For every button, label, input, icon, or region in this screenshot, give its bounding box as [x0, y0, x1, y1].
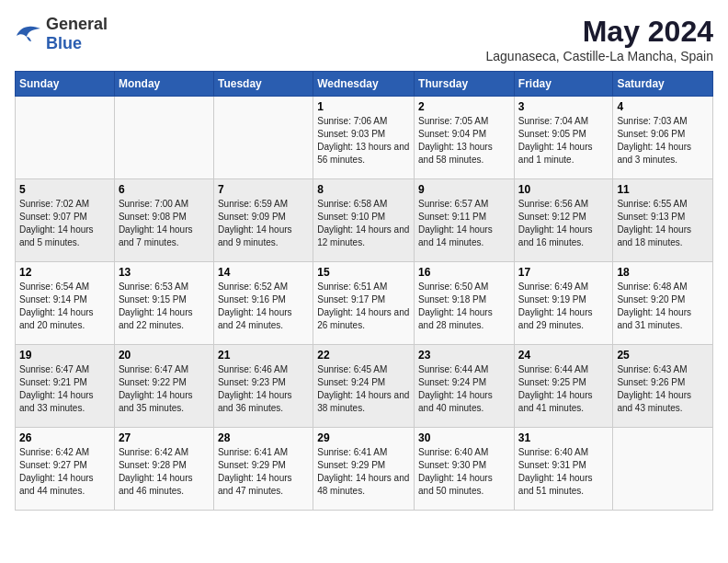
- day-number: 16: [418, 266, 510, 279]
- day-number: 2: [418, 100, 510, 113]
- day-info: Sunrise: 6:59 AM Sunset: 9:09 PM Dayligh…: [218, 198, 309, 249]
- day-info: Sunrise: 6:40 AM Sunset: 9:30 PM Dayligh…: [418, 446, 510, 498]
- calendar-week-3: 12Sunrise: 6:54 AM Sunset: 9:14 PM Dayli…: [16, 262, 713, 345]
- calendar-cell: 14Sunrise: 6:52 AM Sunset: 9:16 PM Dayli…: [213, 262, 313, 345]
- day-number: 11: [617, 183, 709, 196]
- calendar-cell: 23Sunrise: 6:44 AM Sunset: 9:24 PM Dayli…: [415, 345, 515, 428]
- calendar-cell: 1Sunrise: 7:06 AM Sunset: 9:03 PM Daylig…: [313, 97, 415, 179]
- day-info: Sunrise: 6:41 AM Sunset: 9:29 PM Dayligh…: [218, 446, 309, 498]
- header-wednesday: Wednesday: [313, 72, 415, 97]
- calendar-cell: 10Sunrise: 6:56 AM Sunset: 9:12 PM Dayli…: [514, 179, 613, 262]
- calendar-cell: 18Sunrise: 6:48 AM Sunset: 9:20 PM Dayli…: [613, 262, 713, 345]
- header-thursday: Thursday: [415, 72, 515, 97]
- day-info: Sunrise: 6:52 AM Sunset: 9:16 PM Dayligh…: [218, 281, 309, 332]
- day-info: Sunrise: 6:53 AM Sunset: 9:15 PM Dayligh…: [119, 281, 210, 332]
- calendar-cell: 8Sunrise: 6:58 AM Sunset: 9:10 PM Daylig…: [313, 179, 415, 262]
- calendar-cell: [16, 97, 115, 179]
- calendar-cell: 26Sunrise: 6:42 AM Sunset: 9:27 PM Dayli…: [16, 428, 115, 511]
- day-info: Sunrise: 6:54 AM Sunset: 9:14 PM Dayligh…: [19, 281, 110, 332]
- calendar-cell: 28Sunrise: 6:41 AM Sunset: 9:29 PM Dayli…: [213, 428, 313, 511]
- day-info: Sunrise: 7:05 AM Sunset: 9:04 PM Dayligh…: [418, 115, 510, 167]
- day-number: 31: [518, 431, 609, 444]
- day-number: 15: [317, 266, 410, 279]
- logo: General Blue: [15, 15, 108, 53]
- day-info: Sunrise: 7:04 AM Sunset: 9:05 PM Dayligh…: [518, 115, 609, 167]
- calendar-cell: [213, 97, 313, 179]
- header-tuesday: Tuesday: [213, 72, 313, 97]
- day-number: 23: [418, 349, 510, 362]
- header-sunday: Sunday: [16, 72, 115, 97]
- day-number: 9: [418, 183, 510, 196]
- day-info: Sunrise: 6:50 AM Sunset: 9:18 PM Dayligh…: [418, 281, 510, 332]
- calendar-week-5: 26Sunrise: 6:42 AM Sunset: 9:27 PM Dayli…: [16, 428, 713, 511]
- calendar-cell: 5Sunrise: 7:02 AM Sunset: 9:07 PM Daylig…: [16, 179, 115, 262]
- day-number: 19: [19, 349, 110, 362]
- header-monday: Monday: [114, 72, 213, 97]
- day-info: Sunrise: 7:02 AM Sunset: 9:07 PM Dayligh…: [19, 198, 110, 249]
- day-number: 1: [317, 100, 410, 113]
- day-info: Sunrise: 6:51 AM Sunset: 9:17 PM Dayligh…: [317, 281, 410, 332]
- day-number: 14: [218, 266, 309, 279]
- day-number: 5: [19, 183, 110, 196]
- calendar-week-4: 19Sunrise: 6:47 AM Sunset: 9:21 PM Dayli…: [16, 345, 713, 428]
- calendar-cell: 30Sunrise: 6:40 AM Sunset: 9:30 PM Dayli…: [415, 428, 515, 511]
- title-block: May 2024 Lagunaseca, Castille-La Mancha,…: [486, 15, 714, 63]
- logo-text: General Blue: [46, 15, 108, 53]
- logo-blue: Blue: [46, 34, 82, 52]
- calendar-cell: 20Sunrise: 6:47 AM Sunset: 9:22 PM Dayli…: [114, 345, 213, 428]
- calendar-cell: 24Sunrise: 6:44 AM Sunset: 9:25 PM Dayli…: [514, 345, 613, 428]
- day-info: Sunrise: 6:48 AM Sunset: 9:20 PM Dayligh…: [617, 281, 709, 332]
- day-info: Sunrise: 6:44 AM Sunset: 9:25 PM Dayligh…: [518, 363, 609, 415]
- calendar-cell: 25Sunrise: 6:43 AM Sunset: 9:26 PM Dayli…: [613, 345, 713, 428]
- header-friday: Friday: [514, 72, 613, 97]
- day-info: Sunrise: 6:58 AM Sunset: 9:10 PM Dayligh…: [317, 198, 410, 249]
- calendar-cell: 19Sunrise: 6:47 AM Sunset: 9:21 PM Dayli…: [16, 345, 115, 428]
- day-info: Sunrise: 6:49 AM Sunset: 9:19 PM Dayligh…: [518, 281, 609, 332]
- day-number: 8: [317, 183, 410, 196]
- page-header: General Blue May 2024 Lagunaseca, Castil…: [15, 15, 713, 63]
- calendar-cell: 12Sunrise: 6:54 AM Sunset: 9:14 PM Dayli…: [16, 262, 115, 345]
- logo-bird-icon: [15, 23, 42, 45]
- day-info: Sunrise: 6:41 AM Sunset: 9:29 PM Dayligh…: [317, 446, 410, 498]
- calendar-week-2: 5Sunrise: 7:02 AM Sunset: 9:07 PM Daylig…: [16, 179, 713, 262]
- calendar-cell: 9Sunrise: 6:57 AM Sunset: 9:11 PM Daylig…: [415, 179, 515, 262]
- day-number: 3: [518, 100, 609, 113]
- day-info: Sunrise: 6:47 AM Sunset: 9:21 PM Dayligh…: [19, 363, 110, 415]
- calendar-cell: 27Sunrise: 6:42 AM Sunset: 9:28 PM Dayli…: [114, 428, 213, 511]
- day-number: 20: [119, 349, 210, 362]
- day-info: Sunrise: 7:06 AM Sunset: 9:03 PM Dayligh…: [317, 115, 410, 167]
- calendar-cell: [613, 428, 713, 511]
- main-title: May 2024: [486, 15, 714, 49]
- calendar-cell: [114, 97, 213, 179]
- day-number: 24: [518, 349, 609, 362]
- day-number: 18: [617, 266, 709, 279]
- calendar-cell: 29Sunrise: 6:41 AM Sunset: 9:29 PM Dayli…: [313, 428, 415, 511]
- day-number: 21: [218, 349, 309, 362]
- day-info: Sunrise: 6:55 AM Sunset: 9:13 PM Dayligh…: [617, 198, 709, 249]
- day-number: 22: [317, 349, 410, 362]
- day-info: Sunrise: 7:03 AM Sunset: 9:06 PM Dayligh…: [617, 115, 709, 167]
- logo-general: General: [46, 15, 108, 33]
- day-info: Sunrise: 6:44 AM Sunset: 9:24 PM Dayligh…: [418, 363, 510, 415]
- day-info: Sunrise: 6:46 AM Sunset: 9:23 PM Dayligh…: [218, 363, 309, 415]
- day-number: 26: [19, 431, 110, 444]
- calendar-cell: 17Sunrise: 6:49 AM Sunset: 9:19 PM Dayli…: [514, 262, 613, 345]
- day-info: Sunrise: 6:57 AM Sunset: 9:11 PM Dayligh…: [418, 198, 510, 249]
- day-info: Sunrise: 6:45 AM Sunset: 9:24 PM Dayligh…: [317, 363, 410, 415]
- day-number: 12: [19, 266, 110, 279]
- calendar-cell: 31Sunrise: 6:40 AM Sunset: 9:31 PM Dayli…: [514, 428, 613, 511]
- day-number: 6: [119, 183, 210, 196]
- calendar-cell: 21Sunrise: 6:46 AM Sunset: 9:23 PM Dayli…: [213, 345, 313, 428]
- day-number: 4: [617, 100, 709, 113]
- calendar-header-row: SundayMondayTuesdayWednesdayThursdayFrid…: [16, 72, 713, 97]
- calendar-table: SundayMondayTuesdayWednesdayThursdayFrid…: [15, 71, 713, 511]
- day-info: Sunrise: 6:42 AM Sunset: 9:28 PM Dayligh…: [119, 446, 210, 498]
- header-saturday: Saturday: [613, 72, 713, 97]
- day-info: Sunrise: 6:56 AM Sunset: 9:12 PM Dayligh…: [518, 198, 609, 249]
- day-number: 28: [218, 431, 309, 444]
- day-number: 10: [518, 183, 609, 196]
- calendar-week-1: 1Sunrise: 7:06 AM Sunset: 9:03 PM Daylig…: [16, 97, 713, 179]
- day-number: 13: [119, 266, 210, 279]
- day-info: Sunrise: 7:00 AM Sunset: 9:08 PM Dayligh…: [119, 198, 210, 249]
- day-info: Sunrise: 6:43 AM Sunset: 9:26 PM Dayligh…: [617, 363, 709, 415]
